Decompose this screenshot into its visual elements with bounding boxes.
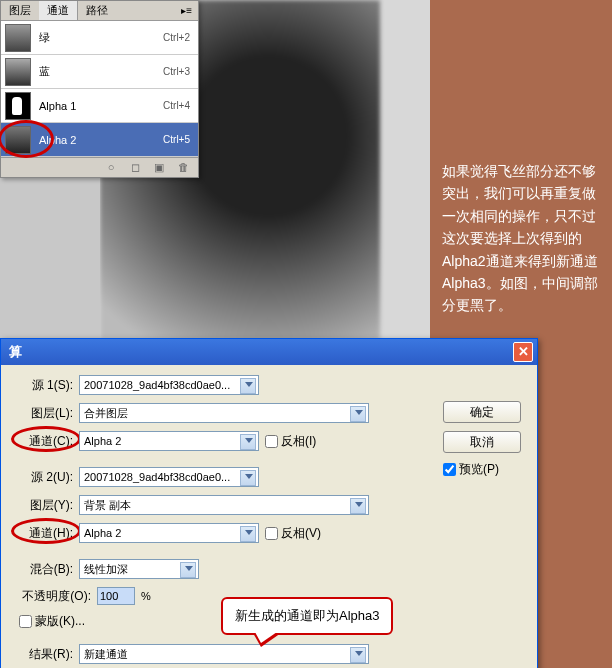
channel-row-alpha1[interactable]: Alpha 1 Ctrl+4 (1, 89, 198, 123)
channel-name: 绿 (39, 30, 163, 45)
tab-paths[interactable]: 路径 (78, 1, 116, 20)
opacity-unit: % (141, 590, 151, 602)
save-selection-icon[interactable]: ◻ (128, 161, 142, 174)
load-selection-icon[interactable]: ○ (104, 161, 118, 174)
channel-row-green[interactable]: 绿 Ctrl+2 (1, 21, 198, 55)
result-label: 结果(R): (13, 646, 73, 663)
blend-label: 混合(B): (13, 561, 73, 578)
invert1-checkbox[interactable] (265, 435, 278, 448)
channel1-label: 通道(C): (13, 433, 73, 450)
layer2-label: 图层(Y): (13, 497, 73, 514)
source1-dropdown[interactable]: 20071028_9ad4bf38cd0ae0... (79, 375, 259, 395)
mask-label: 蒙版(K)... (35, 613, 85, 630)
mask-checkbox[interactable] (19, 615, 32, 628)
new-channel-icon[interactable]: ▣ (152, 161, 166, 174)
delete-channel-icon[interactable]: 🗑 (176, 161, 190, 174)
dialog-titlebar[interactable]: 算 ✕ (1, 339, 537, 365)
layer1-dropdown[interactable]: 合并图层 (79, 403, 369, 423)
channel-shortcut: Ctrl+4 (163, 100, 190, 111)
channel-thumb (5, 58, 31, 86)
source2-label: 源 2(U): (13, 469, 73, 486)
opacity-label: 不透明度(O): (13, 588, 91, 605)
callout-annotation: 新生成的通道即为Alpha3 (221, 597, 393, 635)
channel-name: 蓝 (39, 64, 163, 79)
tab-channels[interactable]: 通道 (39, 1, 78, 20)
channel-name: Alpha 2 (39, 134, 163, 146)
channel2-dropdown[interactable]: Alpha 2 (79, 523, 259, 543)
channel-shortcut: Ctrl+2 (163, 32, 190, 43)
panel-footer: ○ ◻ ▣ 🗑 (1, 157, 198, 177)
invert2-checkbox[interactable] (265, 527, 278, 540)
blend-dropdown[interactable]: 线性加深 (79, 559, 199, 579)
panel-tabs: 图层 通道 路径 ▸≡ (1, 1, 198, 21)
channel-thumb (5, 92, 31, 120)
channel1-dropdown[interactable]: Alpha 2 (79, 431, 259, 451)
dialog-title: 算 (9, 343, 22, 361)
layer1-label: 图层(L): (13, 405, 73, 422)
channel2-label: 通道(H): (13, 525, 73, 542)
channel-row-blue[interactable]: 蓝 Ctrl+3 (1, 55, 198, 89)
channel-thumb (5, 126, 31, 154)
channel-shortcut: Ctrl+5 (163, 134, 190, 145)
layer2-dropdown[interactable]: 背景 副本 (79, 495, 369, 515)
close-icon[interactable]: ✕ (513, 342, 533, 362)
ok-button[interactable]: 确定 (443, 401, 521, 423)
result-dropdown[interactable]: 新建通道 (79, 644, 369, 664)
panel-menu-icon[interactable]: ▸≡ (175, 3, 198, 18)
calculations-dialog: 算 ✕ 确定 取消 预览(P) 源 1(S): 20071028_9ad4bf3… (0, 338, 538, 668)
invert2-label: 反相(V) (281, 525, 321, 542)
tab-layers[interactable]: 图层 (1, 1, 39, 20)
side-explanation-text: 如果觉得飞丝部分还不够突出，我们可以再重复做一次相同的操作，只不过这次要选择上次… (442, 160, 602, 317)
channel-thumb (5, 24, 31, 52)
preview-label: 预览(P) (459, 461, 499, 478)
invert1-label: 反相(I) (281, 433, 316, 450)
source1-label: 源 1(S): (13, 377, 73, 394)
channel-row-alpha2[interactable]: Alpha 2 Ctrl+5 (1, 123, 198, 157)
channel-shortcut: Ctrl+3 (163, 66, 190, 77)
channels-panel: 图层 通道 路径 ▸≡ 绿 Ctrl+2 蓝 Ctrl+3 Alpha 1 Ct… (0, 0, 199, 178)
channel-name: Alpha 1 (39, 100, 163, 112)
preview-checkbox[interactable] (443, 463, 456, 476)
opacity-input[interactable] (97, 587, 135, 605)
source2-dropdown[interactable]: 20071028_9ad4bf38cd0ae0... (79, 467, 259, 487)
